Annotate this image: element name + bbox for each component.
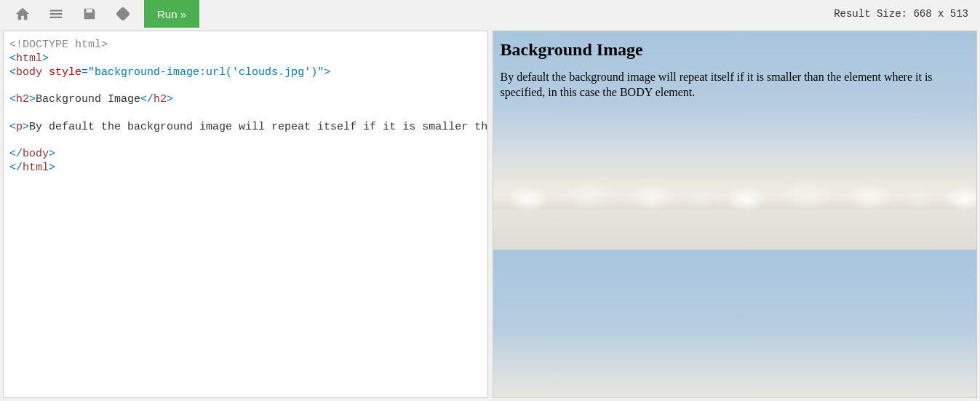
cloud-tile [712,250,930,398]
result-content: Background Image By default the backgrou… [493,31,976,109]
menu-button[interactable] [39,0,73,28]
menu-icon [48,6,64,22]
run-button[interactable]: Run » [144,0,199,28]
save-button[interactable] [73,0,106,28]
cloud-tile [493,250,712,398]
result-size: Result Size: 668 x 513 [834,8,974,20]
code-doctype: <!DOCTYPE html> [9,39,108,51]
code-editor[interactable]: <!DOCTYPE html> <html> <body style="back… [3,31,488,398]
result-paragraph: By default the background image will rep… [501,70,969,100]
svg-rect-0 [116,7,130,20]
rotate-button[interactable] [106,0,140,28]
main: <!DOCTYPE html> <html> <body style="back… [0,28,980,401]
save-icon [81,6,97,22]
run-label: Run » [157,8,186,20]
result-pane: Background Image By default the backgrou… [493,31,977,398]
home-icon [15,6,31,22]
toolbar: Run » Result Size: 668 x 513 [0,0,980,28]
result-size-value: 668 x 513 [913,8,968,20]
home-button[interactable] [6,0,39,28]
rotate-icon [115,6,131,22]
result-heading: Background Image [501,40,969,60]
cloud-tile [930,250,977,398]
result-size-label: Result Size: [834,8,907,20]
